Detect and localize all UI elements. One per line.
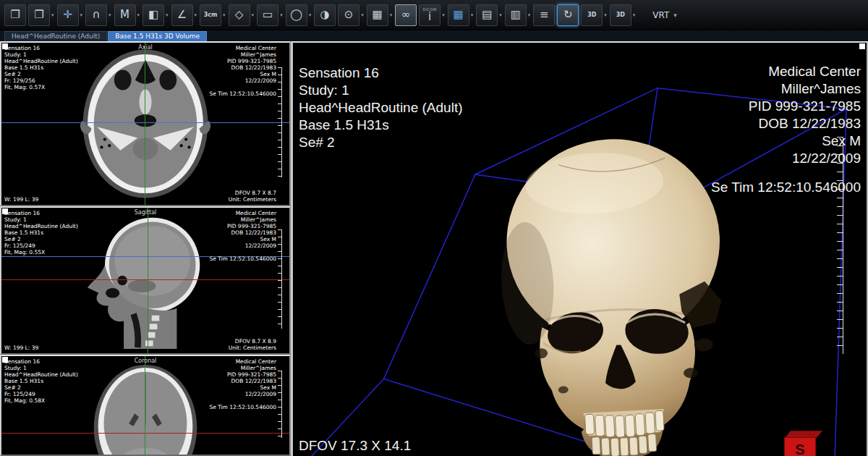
patient-name-text: Miller^James <box>209 51 276 58</box>
sagittal-ruler <box>278 229 282 329</box>
pixel-probe-tool-button[interactable]: ⊙ <box>338 4 359 26</box>
sagittal-ct-image <box>72 211 219 350</box>
magnifier-tool-dropdown-arrow[interactable]: ▾ <box>137 12 140 18</box>
panel-select-marker[interactable] <box>859 43 865 49</box>
series-layout-tool-dropdown-arrow[interactable]: ▾ <box>471 12 474 18</box>
coronal-view-panel[interactable]: Coronal Sensation 16 Study: <box>0 355 291 456</box>
series-number-text: Se# 2 <box>4 384 78 391</box>
panel-select-marker[interactable] <box>2 43 8 49</box>
pixel-probe-tool-dropdown-arrow[interactable]: ▾ <box>361 12 364 18</box>
tab-2[interactable]: Base 1.5 H31s 3D Volume <box>108 31 207 41</box>
window-level-tool-button[interactable]: ◧ <box>142 4 164 26</box>
dicom-header-tool-dropdown-arrow[interactable]: ▾ <box>442 12 445 18</box>
distance-tool-dropdown-arrow[interactable]: ▾ <box>223 12 226 18</box>
dob-text: DOB 12/22/1983 <box>209 378 276 384</box>
axial-ct-image <box>75 46 216 202</box>
axial-view-panel[interactable]: Axial <box>0 41 291 206</box>
series-time-text: Se Tim 12:52:10.546000 <box>209 404 276 410</box>
image-layout-tool-dropdown-arrow[interactable]: ▾ <box>499 12 502 18</box>
axial-crosshair-vertical[interactable] <box>145 43 145 205</box>
dicom-header-tool-button[interactable]: DICOMi <box>419 4 441 26</box>
angle-tool-dropdown-arrow[interactable]: ▾ <box>195 12 197 18</box>
sagittal-overlay-topright: Medical Center Miller^James PID 999-321-… <box>209 210 276 262</box>
restore-3d-tool-button[interactable]: 3D <box>610 4 631 26</box>
facility-text: Medical Center <box>209 45 276 51</box>
panel-select-marker[interactable] <box>2 208 8 214</box>
orientation-cube[interactable]: S <box>784 428 822 456</box>
dob-text: DOB 12/22/1983 <box>209 64 276 71</box>
sagittal-crosshair-horizontal[interactable] <box>1 279 289 280</box>
distance-tool-icon: 3cm <box>204 12 218 18</box>
series-number-text: Se# 2 <box>4 71 78 77</box>
sagittal-view-panel[interactable]: Sagittal <box>0 206 291 355</box>
cine-tool-button[interactable]: ▦ <box>367 4 388 26</box>
coronal-crosshair-vertical[interactable] <box>145 356 145 455</box>
volume-overlay-topright: Medical Center Miller^James PID 999-321-… <box>711 63 861 196</box>
freehand-roi-tool-button[interactable]: ◇ <box>229 4 250 26</box>
copy-image-button[interactable]: ❐ <box>4 4 26 26</box>
magnifier-tool-button[interactable]: M <box>114 4 136 26</box>
refresh-3d-tool-icon: ↻ <box>563 9 573 20</box>
sagittal-window-level-text: W: 199 L: 39 <box>4 345 38 351</box>
patient-name-text: Miller^James <box>711 80 861 98</box>
cine-tool-dropdown-arrow[interactable]: ▾ <box>390 12 393 18</box>
filter-tool-dropdown-arrow[interactable]: ▾ <box>109 12 111 18</box>
axial-overlay-topleft: Sensation 16 Study: 1 Head^HeadRoutine (… <box>4 45 78 90</box>
ellipse-roi-tool-button[interactable]: ◯ <box>286 4 307 26</box>
screen-format-tool-button[interactable]: ▥ <box>505 4 527 26</box>
link-series-tool-button[interactable]: ∞ <box>395 4 417 26</box>
volume-3d-view[interactable]: Sensation 16 Study: 1 Head^HeadRoutine (… <box>291 41 868 456</box>
sagittal-crosshair-vertical[interactable] <box>148 208 148 353</box>
panel-select-marker[interactable] <box>2 357 8 363</box>
display-settings-tool-button[interactable]: ≡ <box>533 4 555 26</box>
screen-format-tool-dropdown-arrow[interactable]: ▾ <box>528 12 531 18</box>
pid-text: PID 999-321-7985 <box>711 98 861 115</box>
pan-tool-button[interactable]: ✛ <box>57 4 79 26</box>
save-3d-tool-dropdown-arrow[interactable]: ▾ <box>604 12 607 18</box>
series-text: Base 1.5 H31s <box>4 229 78 236</box>
invert-tool-icon: ◑ <box>320 9 330 20</box>
rectangle-roi-tool-dropdown-arrow[interactable]: ▾ <box>280 12 283 18</box>
angle-tool-icon: ∠ <box>177 9 187 20</box>
display-settings-tool-icon: ≡ <box>540 9 549 20</box>
image-layout-tool-button[interactable]: ▤ <box>476 4 498 26</box>
window-level-tool-dropdown-arrow[interactable]: ▾ <box>166 12 169 18</box>
patient-name-text: Miller^James <box>209 216 276 223</box>
axial-crosshair-horizontal[interactable] <box>1 122 289 123</box>
refresh-3d-tool-button[interactable]: ↻ <box>557 4 579 26</box>
mag-text: Fit, Mag: 0.57X <box>4 84 78 90</box>
angle-tool-button[interactable]: ∠ <box>171 4 193 26</box>
coronal-ruler <box>278 371 282 437</box>
freehand-roi-tool-dropdown-arrow[interactable]: ▾ <box>252 12 255 18</box>
series-text: Base 1.5 H31s <box>4 64 78 71</box>
export-image-dropdown-arrow[interactable]: ▾ <box>51 12 54 18</box>
link-series-tool-icon: ∞ <box>401 9 411 20</box>
image-layout-tool-icon: ▤ <box>482 9 492 20</box>
facility-text: Medical Center <box>209 210 276 216</box>
restore-3d-tool-icon: 3D <box>616 12 625 18</box>
pan-tool-dropdown-arrow[interactable]: ▾ <box>80 12 83 18</box>
distance-tool-button[interactable]: 3cm <box>200 4 221 26</box>
ellipse-roi-tool-dropdown-arrow[interactable]: ▾ <box>309 12 312 18</box>
rendering-mode-select[interactable]: VRT ▾ <box>647 7 683 23</box>
save-3d-tool-button[interactable]: 3D <box>581 4 603 26</box>
mag-text: Fit, Mag: 0.55X <box>4 249 78 256</box>
pid-text: PID 999-321-7985 <box>209 223 276 229</box>
frame-text: Fr: 125/249 <box>4 242 78 249</box>
series-text: Base 1.5 H31s <box>299 117 463 134</box>
dicom-header-tool-icon: i <box>428 12 431 22</box>
invert-tool-button[interactable]: ◑ <box>314 4 336 26</box>
axial-window-level-text: W: 199 L: 39 <box>4 196 38 203</box>
coronal-crosshair-horizontal[interactable] <box>1 433 289 434</box>
tab-1[interactable]: Head^HeadRoutine (Adult) <box>4 31 107 41</box>
series-layout-tool-button[interactable]: ▦ <box>448 4 469 26</box>
rectangle-roi-tool-button[interactable]: ▭ <box>257 4 278 26</box>
unit-text: Unit: Centimeters <box>229 196 276 203</box>
restore-3d-tool-dropdown-arrow[interactable]: ▾ <box>633 12 636 18</box>
sex-text: Sex M <box>711 132 861 150</box>
filter-tool-button[interactable]: ∩ <box>85 4 107 26</box>
save-3d-tool-icon: 3D <box>587 12 596 18</box>
export-image-button[interactable]: ❐ <box>28 4 50 26</box>
dob-text: DOB 12/22/1983 <box>209 229 276 236</box>
series-number-text: Se# 2 <box>299 134 463 151</box>
